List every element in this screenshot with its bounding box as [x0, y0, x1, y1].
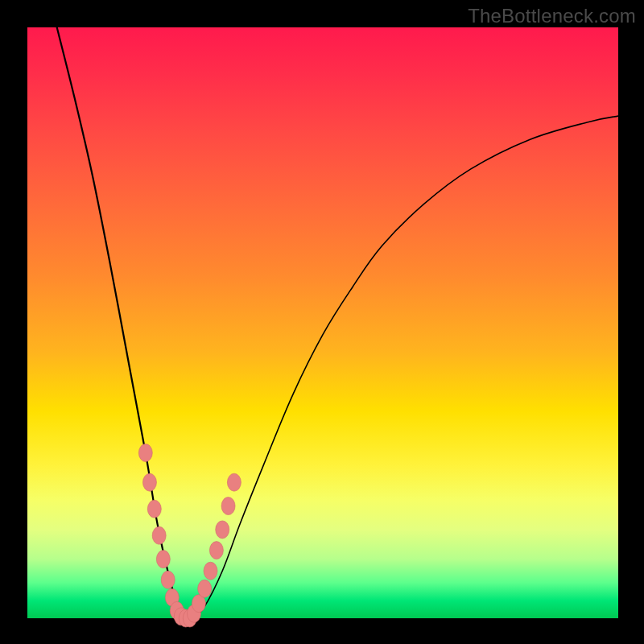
curve-marker [156, 551, 170, 568]
curve-marker [198, 580, 212, 597]
curve-marker [227, 473, 241, 491]
curve-marker [209, 542, 223, 559]
curve-marker [152, 526, 166, 544]
curve-marker [138, 444, 152, 461]
curve-marker [216, 521, 229, 539]
curve-marker [204, 562, 217, 580]
curve-marker [161, 571, 175, 588]
curve-right-branch [187, 116, 618, 619]
bottleneck-curve [27, 27, 618, 618]
curve-marker [142, 473, 156, 491]
curve-marker [147, 500, 161, 518]
plot-area [27, 27, 618, 618]
curve-markers [138, 444, 241, 627]
chart-frame: TheBottleneck.com [0, 0, 644, 644]
curve-marker [221, 497, 235, 515]
watermark-text: TheBottleneck.com [468, 5, 636, 27]
curve-left-branch [57, 27, 187, 618]
